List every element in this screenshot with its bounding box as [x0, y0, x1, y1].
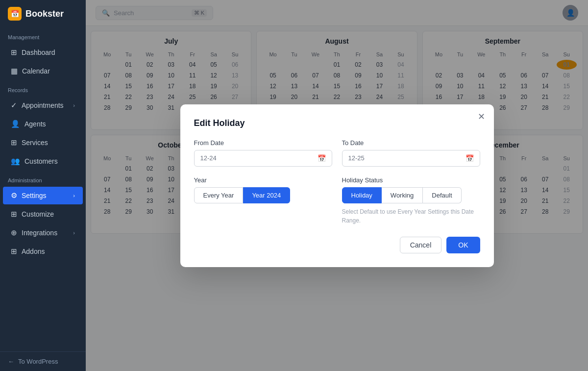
from-date-value: 12-24: [200, 154, 217, 162]
sidebar-item-addons[interactable]: ⊞ Addons: [3, 243, 83, 260]
app-logo: 📅 Bookster: [0, 0, 86, 27]
calendar-icon: ▦: [11, 67, 18, 75]
addons-icon: ⊞: [11, 247, 17, 256]
main-area: 🔍 Search ⌘ K 👤 JulyMoTuWeThFrSaSu0102030…: [86, 0, 588, 371]
sidebar-item-integrations[interactable]: ⊕ Integrations ›: [3, 224, 83, 242]
management-section-label: Management: [0, 27, 86, 43]
holiday-status-button[interactable]: Holiday: [342, 187, 382, 203]
year-2024-button[interactable]: Year 2024: [243, 187, 290, 203]
sidebar-item-label: Appointments: [22, 101, 64, 109]
agents-icon: 👤: [11, 120, 20, 128]
working-status-button[interactable]: Working: [382, 187, 423, 203]
to-date-input[interactable]: 12-25 📅: [342, 150, 480, 167]
sidebar-item-services[interactable]: ⊞ Services: [3, 134, 83, 151]
back-to-wordpress[interactable]: ← To WordPress: [8, 358, 78, 365]
customize-icon: ⊞: [11, 210, 17, 219]
calendar-input-icon: 📅: [318, 154, 326, 162]
sidebar-item-label: Agents: [24, 120, 46, 128]
sidebar-item-label: Dashboard: [22, 49, 55, 56]
year-field: Year Every Year Year 2024: [194, 176, 332, 225]
edit-holiday-modal: Edit Holiday ✕ From Date 12-24 📅 To Date…: [180, 104, 494, 267]
sidebar-item-label: Settings: [22, 192, 47, 199]
sidebar-item-label: Customize: [22, 210, 54, 218]
services-icon: ⊞: [11, 138, 17, 147]
status-label: Holiday Status: [342, 176, 480, 184]
dashboard-icon: ⊞: [11, 48, 17, 57]
status-field: Holiday Status Holiday Working Default S…: [342, 176, 480, 225]
appointments-icon: ✓: [11, 101, 17, 110]
chevron-right-icon: ›: [73, 102, 75, 108]
status-hint: Select Default to use Every Year Setting…: [342, 207, 480, 225]
modal-footer: Cancel OK: [194, 237, 480, 253]
sidebar-item-appointments[interactable]: ✓ Appointments ›: [3, 97, 83, 114]
chevron-right-icon: ›: [73, 230, 75, 236]
sidebar-item-calendar[interactable]: ▦ Calendar: [3, 62, 83, 80]
back-arrow-icon: ←: [8, 358, 14, 365]
modal-title: Edit Holiday: [194, 118, 480, 128]
sidebar-item-agents[interactable]: 👤 Agents: [3, 115, 83, 133]
sidebar-item-label: Addons: [22, 247, 45, 255]
logo-icon: 📅: [8, 7, 22, 21]
modal-date-row: From Date 12-24 📅 To Date 12-25 📅: [194, 139, 480, 167]
to-date-field: To Date 12-25 📅: [342, 139, 480, 167]
records-section-label: Records: [0, 80, 86, 96]
calendar-input-icon-2: 📅: [466, 154, 474, 162]
sidebar-item-label: Calendar: [22, 67, 50, 75]
sidebar-item-customize[interactable]: ⊞ Customize: [3, 205, 83, 223]
status-toggle: Holiday Working Default: [342, 187, 480, 203]
sidebar-item-label: Integrations: [22, 229, 57, 237]
ok-button[interactable]: OK: [446, 237, 480, 253]
customers-icon: 👥: [11, 157, 20, 166]
modal-overlay: Edit Holiday ✕ From Date 12-24 📅 To Date…: [86, 0, 588, 371]
close-button[interactable]: ✕: [478, 112, 485, 121]
cancel-button[interactable]: Cancel: [400, 237, 442, 253]
administration-section-label: Administration: [0, 171, 86, 186]
year-label: Year: [194, 176, 332, 184]
sidebar-item-dashboard[interactable]: ⊞ Dashboard: [3, 44, 83, 61]
to-date-value: 12-25: [348, 154, 365, 162]
modal-options-row: Year Every Year Year 2024 Holiday Status…: [194, 176, 480, 225]
sidebar-item-settings[interactable]: ⚙ Settings ›: [3, 187, 83, 204]
sidebar: 📅 Bookster Management ⊞ Dashboard ▦ Cale…: [0, 0, 86, 371]
chevron-right-icon: ›: [73, 193, 75, 198]
default-status-button[interactable]: Default: [423, 187, 461, 203]
sidebar-item-customers[interactable]: 👥 Customers: [3, 152, 83, 170]
to-date-label: To Date: [342, 139, 480, 147]
integrations-icon: ⊕: [11, 228, 17, 237]
from-date-input[interactable]: 12-24 📅: [194, 150, 332, 167]
settings-icon: ⚙: [11, 191, 17, 200]
every-year-button[interactable]: Every Year: [194, 187, 244, 203]
sidebar-bottom: ← To WordPress: [0, 351, 86, 371]
sidebar-item-label: Customers: [24, 157, 58, 165]
year-toggle: Every Year Year 2024: [194, 187, 332, 203]
from-date-field: From Date 12-24 📅: [194, 139, 332, 167]
from-date-label: From Date: [194, 139, 332, 147]
sidebar-item-label: Services: [22, 139, 48, 147]
back-label: To WordPress: [18, 358, 58, 365]
app-name: Bookster: [25, 9, 64, 19]
